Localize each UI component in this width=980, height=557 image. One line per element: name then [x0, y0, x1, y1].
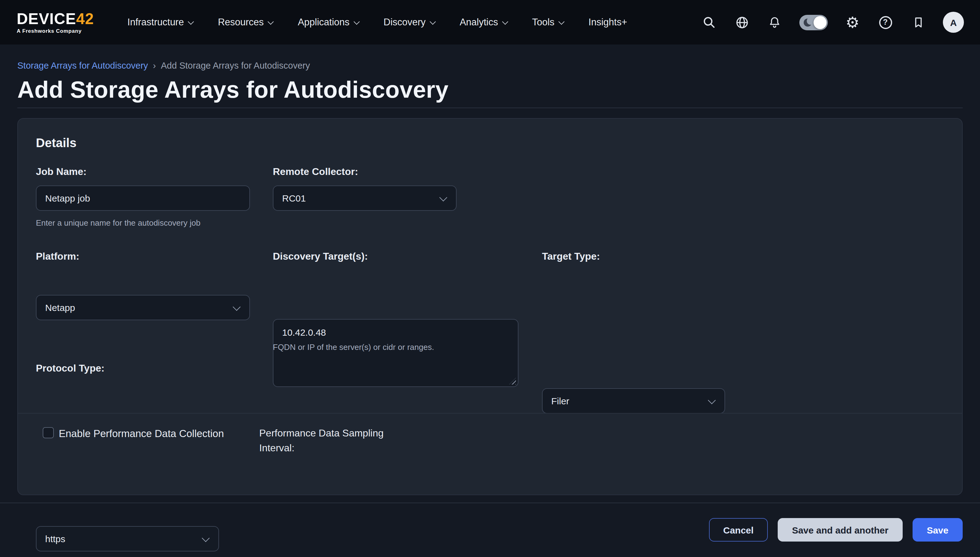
help-icon[interactable]: ?	[877, 14, 893, 30]
platform-value: Netapp	[45, 302, 75, 313]
chevron-down-icon	[268, 18, 274, 24]
brand-name: DEVICE	[17, 10, 76, 27]
discovery-targets-help: FQDN or IP of the server(s) or cidr or r…	[273, 342, 434, 352]
chevron-down-icon	[559, 18, 565, 24]
chevron-down-icon	[188, 18, 194, 24]
details-heading: Details	[36, 136, 77, 150]
nav-item-applications[interactable]: Applications	[298, 17, 359, 28]
footer-divider	[0, 503, 980, 503]
main-content: Storage Arrays for Autodiscovery › Add S…	[0, 44, 980, 495]
protocol-type-value: https	[45, 534, 65, 544]
nav-item-analytics[interactable]: Analytics	[460, 17, 507, 28]
performance-checkbox[interactable]	[43, 427, 54, 438]
bookmark-icon[interactable]	[910, 14, 926, 30]
brand-logo-text: DEVICE42	[17, 11, 94, 26]
top-navbar: DEVICE42 A Freshworks Company Infrastruc…	[0, 0, 980, 44]
chevron-down-icon	[233, 303, 240, 311]
brand-tagline: A Freshworks Company	[17, 28, 94, 34]
chevron-down-icon	[354, 18, 360, 24]
discovery-targets-value: 10.42.0.48	[282, 327, 326, 337]
user-avatar[interactable]: A	[943, 12, 964, 33]
theme-toggle[interactable]	[799, 15, 828, 30]
job-name-help: Enter a unique name for the autodiscover…	[36, 218, 201, 228]
main-nav: Infrastructure Resources Applications Di…	[127, 17, 627, 28]
remote-collector-select[interactable]: RC01	[273, 186, 457, 211]
nav-item-label: Discovery	[384, 17, 426, 28]
save-button[interactable]: Save	[913, 518, 963, 542]
page-root: DEVICE42 A Freshworks Company Infrastruc…	[0, 0, 980, 557]
chevron-down-icon	[502, 18, 508, 24]
nav-item-tools[interactable]: Tools	[532, 17, 564, 28]
title-divider	[17, 107, 963, 108]
job-name-label: Job Name:	[36, 166, 87, 178]
target-type-label: Target Type:	[542, 251, 600, 262]
nav-item-label: Infrastructure	[127, 17, 184, 28]
toggle-knob	[813, 16, 826, 29]
moon-icon	[804, 18, 812, 26]
nav-item-label: Analytics	[460, 17, 498, 28]
brand-accent: 42	[76, 10, 94, 27]
bell-icon[interactable]	[766, 14, 782, 30]
breadcrumb: Storage Arrays for Autodiscovery › Add S…	[17, 44, 963, 70]
nav-item-label: Tools	[532, 17, 554, 28]
help-glyph: ?	[879, 16, 892, 29]
platform-select[interactable]: Netapp	[36, 295, 250, 320]
breadcrumb-current: Add Storage Arrays for Autodiscovery	[161, 60, 310, 70]
nav-item-discovery[interactable]: Discovery	[384, 17, 435, 28]
chevron-down-icon	[439, 194, 447, 201]
page-title: Add Storage Arrays for Autodiscovery	[17, 75, 963, 104]
cancel-button[interactable]: Cancel	[709, 518, 768, 542]
job-name-input[interactable]	[36, 186, 250, 211]
brand-logo[interactable]: DEVICE42 A Freshworks Company	[17, 11, 94, 34]
save-and-add-another-button[interactable]: Save and add another	[778, 518, 903, 542]
chevron-down-icon	[202, 534, 209, 542]
details-card: Details Job Name: Enter a unique name fo…	[17, 118, 963, 495]
search-icon[interactable]	[701, 14, 717, 30]
target-type-value: Filer	[551, 396, 569, 406]
chevron-down-icon	[430, 18, 436, 24]
target-type-select[interactable]: Filer	[542, 388, 725, 414]
nav-item-label: Resources	[218, 17, 263, 28]
nav-item-label: Insights+	[588, 17, 627, 28]
sampling-interval-label: Performance Data Sampling Interval:	[259, 426, 402, 456]
nav-item-label: Applications	[298, 17, 350, 28]
gear-icon[interactable]: ⚙	[844, 14, 861, 30]
nav-item-resources[interactable]: Resources	[218, 17, 273, 28]
nav-item-infrastructure[interactable]: Infrastructure	[127, 17, 193, 28]
breadcrumb-separator: ›	[153, 60, 156, 70]
discovery-targets-label: Discovery Target(s):	[273, 251, 368, 262]
globe-icon[interactable]	[734, 14, 750, 30]
breadcrumb-link[interactable]: Storage Arrays for Autodiscovery	[17, 60, 148, 70]
card-divider	[18, 413, 962, 414]
chevron-down-icon	[708, 396, 715, 404]
remote-collector-label: Remote Collector:	[273, 166, 358, 178]
remote-collector-value: RC01	[282, 193, 306, 204]
header-actions: ⚙ ? A	[701, 12, 964, 33]
gear-glyph: ⚙	[846, 15, 860, 30]
platform-label: Platform:	[36, 251, 79, 262]
protocol-type-label: Protocol Type:	[36, 363, 105, 374]
performance-checkbox-label[interactable]: Enable Performance Data Collection	[59, 428, 224, 440]
nav-item-insights-plus[interactable]: Insights+	[588, 17, 627, 28]
protocol-type-select[interactable]: https	[36, 526, 219, 551]
resize-handle[interactable]	[509, 378, 516, 384]
discovery-targets-textarea[interactable]: 10.42.0.48	[273, 319, 518, 387]
